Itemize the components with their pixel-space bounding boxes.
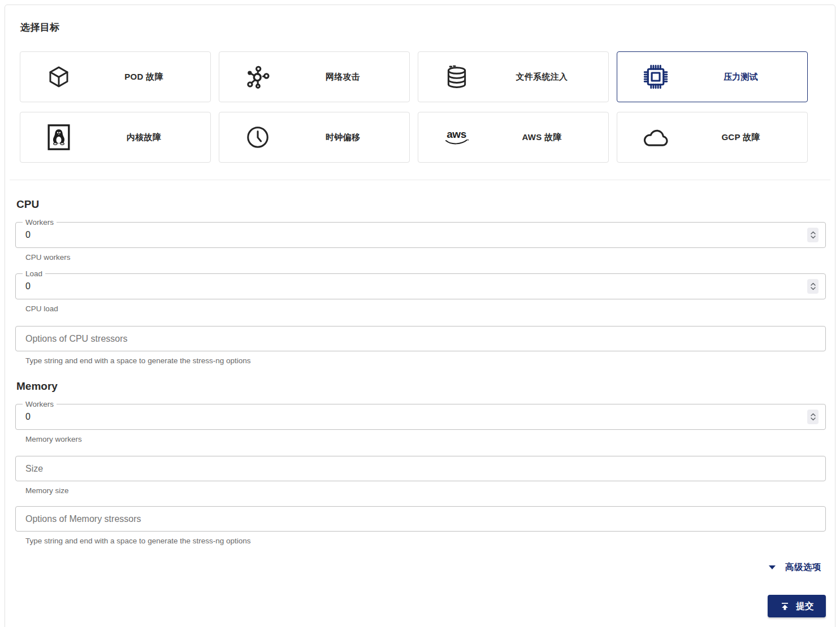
new-experiment-panel: 选择目标 POD 故障 [5, 5, 835, 627]
target-grid: POD 故障 网络攻击 [20, 51, 826, 163]
aws-logo-icon: aws [418, 129, 495, 146]
cpu-section-heading: CPU [16, 198, 826, 211]
target-card-filesystem-injection[interactable]: 文件系统注入 [418, 51, 609, 102]
number-stepper[interactable] [807, 410, 819, 424]
target-card-label: 内核故障 [97, 132, 210, 143]
cpu-workers-field: Workers [15, 222, 826, 248]
submit-label: 提交 [796, 600, 814, 612]
memory-options-input[interactable] [25, 514, 819, 524]
cpu-load-input[interactable] [25, 281, 802, 291]
memory-workers-field: Workers [15, 404, 826, 430]
cpu-load-label: Load [23, 269, 45, 278]
pod-cube-icon [20, 64, 97, 89]
target-card-label: 网络攻击 [296, 72, 409, 82]
cpu-workers-helper: CPU workers [25, 253, 826, 262]
target-card-kernel-fault[interactable]: 内核故障 [20, 112, 211, 163]
target-card-label: 压力测试 [694, 72, 807, 82]
target-card-gcp-fault[interactable]: GCP 故障 [617, 112, 808, 163]
memory-size-helper: Memory size [25, 486, 826, 495]
memory-workers-label: Workers [23, 399, 57, 409]
target-card-network-attack[interactable]: 网络攻击 [219, 51, 410, 102]
target-card-label: POD 故障 [97, 72, 210, 82]
target-card-aws-fault[interactable]: aws AWS 故障 [418, 112, 609, 163]
memory-workers-helper: Memory workers [25, 435, 826, 444]
advanced-options-toggle[interactable]: 高级选项 [15, 561, 826, 573]
submit-button[interactable]: 提交 [768, 595, 826, 617]
publish-icon [780, 601, 790, 612]
advanced-options-label: 高级选项 [785, 561, 821, 573]
section-divider [10, 180, 830, 180]
memory-section-heading: Memory [16, 380, 826, 393]
target-card-label: 文件系统注入 [495, 72, 608, 82]
number-stepper[interactable] [807, 228, 819, 242]
memory-options-helper: Type string and end with a space to gene… [25, 537, 826, 546]
memory-size-field [15, 456, 826, 481]
cpu-load-helper: CPU load [25, 304, 826, 314]
target-card-label: 时钟偏移 [296, 132, 409, 143]
cpu-chip-icon [617, 64, 694, 89]
page-title: 选择目标 [20, 21, 826, 34]
cloud-icon [617, 128, 694, 147]
cpu-options-field [15, 326, 826, 351]
cpu-options-helper: Type string and end with a space to gene… [25, 356, 826, 365]
memory-workers-input[interactable] [25, 412, 802, 422]
memory-options-field [15, 506, 826, 532]
linux-penguin-icon [20, 124, 97, 151]
cpu-load-field: Load [15, 273, 826, 299]
cpu-workers-input[interactable] [25, 230, 802, 240]
cpu-workers-label: Workers [23, 217, 57, 227]
cpu-options-input[interactable] [25, 334, 819, 344]
number-stepper[interactable] [807, 279, 819, 294]
target-card-label: GCP 故障 [694, 132, 807, 143]
target-card-label: AWS 故障 [495, 132, 608, 143]
submit-row: 提交 [15, 595, 826, 617]
target-card-pod-fault[interactable]: POD 故障 [20, 51, 211, 102]
caret-down-icon [769, 565, 776, 569]
database-icon [418, 63, 495, 90]
target-card-stress-test[interactable]: 压力测试 [617, 51, 808, 102]
network-nodes-icon [219, 64, 296, 90]
memory-size-input[interactable] [25, 464, 819, 474]
target-card-clock-skew[interactable]: 时钟偏移 [219, 112, 410, 163]
aws-logo-text: aws [447, 129, 466, 140]
clock-icon [219, 124, 296, 151]
